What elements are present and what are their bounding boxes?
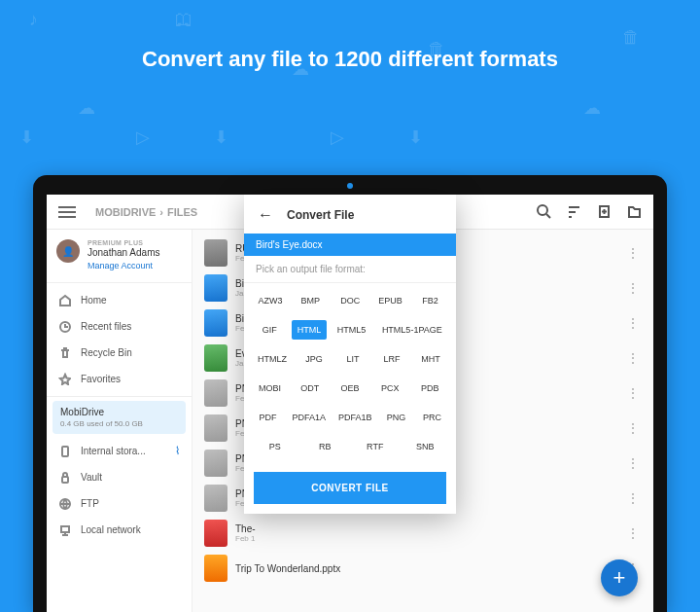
new-folder-icon[interactable] — [627, 204, 642, 219]
convert-button[interactable]: CONVERT FILE — [254, 472, 446, 504]
format-option[interactable]: HTML — [292, 320, 328, 340]
format-option[interactable]: EPUB — [372, 291, 408, 310]
format-option[interactable]: PDFA1A — [286, 408, 332, 427]
breadcrumb: MOBIDRIVE›FILES — [95, 206, 197, 218]
fab-add-button[interactable]: + — [601, 559, 638, 596]
sidebar-storage[interactable]: MobiDrive 0.4 GB used of 50.0 GB — [52, 401, 186, 434]
format-option[interactable]: SNB — [407, 437, 442, 456]
file-type-icon — [204, 485, 228, 512]
sidebar-item-vault[interactable]: Vault — [47, 464, 192, 490]
file-menu-icon[interactable]: ⋮ — [624, 525, 642, 541]
sidebar-item-recent[interactable]: Recent files — [47, 313, 192, 340]
format-option[interactable]: DOC — [332, 291, 368, 310]
format-option[interactable]: FB2 — [413, 291, 448, 310]
format-option[interactable]: JPG — [297, 349, 332, 369]
sidebar-item-ftp[interactable]: FTP — [47, 490, 192, 517]
file-type-icon — [204, 274, 228, 302]
dialog-filename: Bird's Eye.docx — [244, 234, 456, 256]
format-option[interactable]: LRF — [374, 349, 409, 369]
format-option[interactable]: PCX — [372, 378, 407, 398]
format-option[interactable]: PDFA1B — [332, 408, 378, 427]
format-option[interactable]: RTF — [358, 437, 393, 456]
sidebar-item-recycle[interactable]: Recycle Bin — [47, 340, 192, 366]
sort-icon[interactable] — [567, 204, 581, 219]
file-type-icon — [204, 344, 228, 372]
file-type-icon — [204, 414, 228, 442]
file-type-icon — [204, 520, 228, 547]
format-option[interactable]: RB — [307, 437, 342, 456]
file-type-icon — [204, 379, 228, 407]
menu-icon[interactable] — [58, 211, 76, 213]
file-menu-icon[interactable]: ⋮ — [624, 280, 642, 296]
file-menu-icon[interactable]: ⋮ — [624, 350, 642, 366]
format-option[interactable]: MHT — [413, 349, 448, 369]
plan-label: PREMIUM PLUS — [88, 239, 160, 246]
file-menu-icon[interactable]: ⋮ — [624, 315, 642, 331]
file-row[interactable]: Trip To Wonderland.pptx⋮ — [192, 551, 653, 586]
svg-line-1 — [546, 214, 550, 218]
file-name: Trip To Wonderland.pptx — [235, 563, 616, 574]
search-icon[interactable] — [537, 204, 551, 219]
format-option[interactable]: AZW3 — [252, 291, 288, 310]
sidebar: 👤 PREMIUM PLUS Jonathan Adams Manage Acc… — [47, 230, 192, 612]
format-option[interactable]: PDB — [412, 378, 447, 398]
svg-point-0 — [538, 205, 547, 215]
hero-headline: Convert any file to 1200 different forma… — [0, 47, 700, 72]
format-option[interactable]: BMP — [293, 291, 328, 310]
file-date: Feb 1 — [235, 534, 616, 543]
file-menu-icon[interactable]: ⋮ — [624, 385, 642, 401]
file-type-icon — [204, 309, 228, 337]
sidebar-item-internal[interactable]: Internal stora...⌇ — [47, 438, 192, 464]
format-option[interactable]: GIF — [252, 320, 287, 340]
file-menu-icon[interactable]: ⋮ — [624, 245, 642, 261]
file-menu-icon[interactable]: ⋮ — [624, 420, 642, 436]
convert-dialog: ← Convert File Bird's Eye.docx Pick an o… — [244, 195, 456, 514]
sidebar-item-lan[interactable]: Local network — [47, 517, 192, 543]
svg-rect-12 — [61, 526, 69, 532]
back-arrow-icon[interactable]: ← — [258, 206, 273, 224]
sidebar-item-favorites[interactable]: Favorites — [47, 366, 192, 392]
svg-rect-10 — [62, 477, 68, 483]
format-option[interactable]: ODT — [293, 378, 328, 398]
file-type-icon — [204, 450, 228, 477]
svg-rect-9 — [62, 447, 68, 456]
format-option[interactable]: LIT — [335, 349, 370, 369]
clean-icon[interactable]: ⌇ — [175, 445, 180, 457]
file-type-icon — [204, 555, 228, 582]
format-option[interactable]: HTMLZ — [252, 349, 293, 369]
format-option[interactable]: MOBI — [253, 378, 288, 398]
pick-format-label: Pick an output file format: — [244, 256, 456, 283]
file-menu-icon[interactable]: ⋮ — [624, 490, 642, 506]
format-option[interactable]: PDF — [250, 408, 285, 427]
file-name: The- — [235, 523, 616, 534]
file-type-icon — [204, 239, 228, 267]
sidebar-item-home[interactable]: Home — [47, 287, 192, 313]
user-name: Jonathan Adams — [88, 247, 160, 258]
format-grid: AZW3BMPDOCEPUBFB2GIFHTMLHTML5HTML5-1PAGE… — [244, 283, 456, 462]
manage-account-link[interactable]: Manage Account — [88, 261, 160, 270]
avatar[interactable]: 👤 — [56, 239, 80, 263]
format-option[interactable]: PRC — [414, 408, 449, 427]
new-file-icon[interactable] — [597, 204, 612, 219]
format-option[interactable]: OEB — [332, 378, 368, 398]
file-row[interactable]: The-Feb 1⋮ — [192, 516, 653, 551]
format-option[interactable]: PNG — [378, 408, 413, 427]
format-option[interactable]: HTML5 — [332, 320, 372, 340]
dialog-title: Convert File — [287, 208, 354, 222]
file-menu-icon[interactable]: ⋮ — [624, 455, 642, 471]
format-option[interactable]: HTML5-1PAGE — [376, 320, 448, 340]
format-option[interactable]: PS — [258, 437, 293, 456]
